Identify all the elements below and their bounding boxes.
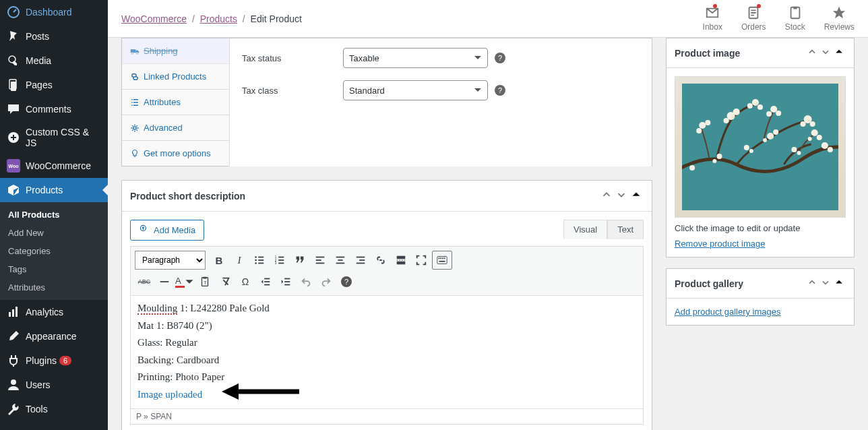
- short-description-title: Product short description: [130, 191, 599, 202]
- add-media-button[interactable]: Add Media: [130, 220, 204, 241]
- sidebar-item-products[interactable]: Products: [0, 178, 108, 202]
- submenu-attributes[interactable]: Attributes: [0, 278, 108, 297]
- sidebar-item-comments[interactable]: Comments: [0, 97, 108, 121]
- topbar-orders[interactable]: Orders: [741, 5, 766, 32]
- bold-button[interactable]: B: [210, 251, 228, 270]
- tax-status-select[interactable]: Taxable: [343, 48, 488, 68]
- add-gallery-images-link[interactable]: Add product gallery images: [675, 307, 781, 317]
- svg-point-63: [724, 118, 729, 123]
- breadcrumb-products[interactable]: Products: [200, 13, 237, 24]
- product-image-thumbnail[interactable]: [675, 76, 846, 218]
- media-icon: [139, 224, 150, 237]
- svg-point-69: [776, 111, 781, 116]
- special-char-button[interactable]: Ω: [236, 272, 255, 291]
- pd-tab-label: Get more options: [144, 148, 211, 158]
- topbar-reviews[interactable]: Reviews: [824, 5, 855, 32]
- sidebar-item-users[interactable]: Users: [0, 373, 108, 397]
- pd-tab-label: Linked Products: [144, 71, 206, 82]
- tab-text[interactable]: Text: [607, 220, 644, 239]
- undo-button[interactable]: [297, 272, 315, 291]
- bullet-list-button[interactable]: [250, 251, 269, 270]
- topbar-stock[interactable]: Stock: [785, 5, 805, 32]
- remove-product-image-link[interactable]: Remove product image: [675, 239, 765, 249]
- text-color-button[interactable]: A: [175, 272, 194, 291]
- tax-class-select[interactable]: Standard: [343, 80, 488, 100]
- topbar-inbox[interactable]: Inbox: [703, 5, 722, 32]
- move-down-icon[interactable]: [819, 276, 832, 291]
- content-line-6-link[interactable]: Image uploaded: [137, 389, 202, 400]
- sidebar-item-pages[interactable]: Pages: [0, 73, 108, 97]
- wysiwyg-content[interactable]: Moulding 1: L242280 Pale Gold Mat 1: B87…: [130, 296, 644, 409]
- move-up-icon[interactable]: [805, 45, 819, 61]
- sidebar-item-dashboard[interactable]: Dashboard: [0, 0, 108, 24]
- products-submenu: All Products Add New Categories Tags Att…: [0, 202, 108, 300]
- breadcrumb-woocommerce[interactable]: WooCommerce: [121, 13, 187, 24]
- sidebar-item-woocommerce[interactable]: Woo WooCommerce: [0, 154, 108, 178]
- topbar-icon-label: Orders: [741, 22, 766, 32]
- read-more-button[interactable]: [392, 251, 410, 270]
- fullscreen-button[interactable]: [412, 251, 431, 270]
- sidebar-item-tools[interactable]: Tools: [0, 397, 108, 421]
- format-select[interactable]: Paragraph: [135, 251, 206, 270]
- short-description-box: Product short description Add Media Visu…: [121, 180, 652, 430]
- help-icon[interactable]: ?: [495, 85, 505, 96]
- help-button[interactable]: ?: [337, 272, 356, 291]
- toggle-icon[interactable]: [832, 276, 846, 291]
- move-down-icon[interactable]: [819, 45, 832, 61]
- main-right-column: Product image: [666, 38, 855, 430]
- align-center-button[interactable]: [331, 251, 350, 270]
- pd-tab-shipping[interactable]: Shipping: [122, 38, 229, 64]
- submenu-add-new[interactable]: Add New: [0, 224, 108, 242]
- sidebar-item-analytics[interactable]: Analytics: [0, 300, 108, 324]
- pd-tab-linked-products[interactable]: Linked Products: [122, 64, 229, 90]
- tools-icon: [7, 402, 20, 416]
- move-up-icon[interactable]: [805, 276, 819, 291]
- sidebar-item-appearance[interactable]: Appearance: [0, 324, 108, 348]
- indent-button[interactable]: [276, 272, 295, 291]
- hr-button[interactable]: [155, 272, 174, 291]
- sidebar-item-plugins[interactable]: Plugins 6: [0, 348, 108, 373]
- pd-tab-attributes[interactable]: Attributes: [122, 90, 229, 115]
- inbox-icon: [705, 5, 720, 22]
- toggle-icon[interactable]: [629, 187, 644, 204]
- submenu-all-products[interactable]: All Products: [0, 206, 108, 224]
- italic-button[interactable]: I: [230, 251, 249, 270]
- insert-link-button[interactable]: [371, 251, 390, 270]
- svg-rect-20: [258, 259, 264, 261]
- blockquote-button[interactable]: [290, 251, 309, 270]
- svg-rect-45: [439, 261, 445, 262]
- align-left-button[interactable]: [311, 251, 330, 270]
- svg-point-75: [810, 121, 815, 127]
- pd-tab-label: Attributes: [144, 97, 181, 107]
- sidebar-label: Tools: [26, 404, 48, 414]
- move-up-icon[interactable]: [599, 187, 614, 204]
- paste-text-button[interactable]: T: [195, 272, 214, 291]
- clear-formatting-button[interactable]: [216, 272, 235, 291]
- move-down-icon[interactable]: [614, 187, 629, 204]
- svg-rect-26: [278, 259, 284, 261]
- sidebar-label: Dashboard: [26, 7, 72, 18]
- outdent-button[interactable]: [256, 272, 275, 291]
- toggle-icon[interactable]: [832, 45, 846, 61]
- help-icon[interactable]: ?: [495, 53, 505, 63]
- align-right-button[interactable]: [351, 251, 370, 270]
- editor-status-path[interactable]: P » SPAN: [130, 409, 644, 425]
- submenu-categories[interactable]: Categories: [0, 242, 108, 260]
- strikethrough-button[interactable]: ABC: [135, 272, 154, 291]
- pd-tab-get-more-options[interactable]: Get more options: [122, 141, 229, 166]
- svg-rect-3: [11, 82, 16, 91]
- sidebar-item-custom-css-js[interactable]: Custom CSS & JS: [0, 121, 108, 154]
- svg-rect-12: [131, 49, 136, 53]
- svg-rect-55: [284, 284, 290, 286]
- sidebar-item-media[interactable]: Media: [0, 49, 108, 73]
- breadcrumb-sep: /: [192, 13, 195, 24]
- topbar-icons: Inbox Orders Stock Reviews: [703, 5, 855, 32]
- toolbar-toggle-button[interactable]: [432, 251, 452, 270]
- pd-tab-advanced[interactable]: Advanced: [122, 115, 229, 141]
- tab-visual[interactable]: Visual: [563, 220, 607, 239]
- sidebar-item-posts[interactable]: Posts: [0, 24, 108, 49]
- redo-button[interactable]: [317, 272, 336, 291]
- product-image-hint: Click the image to edit or update: [675, 223, 846, 233]
- numbered-list-button[interactable]: 123: [270, 251, 289, 270]
- submenu-tags[interactable]: Tags: [0, 260, 108, 278]
